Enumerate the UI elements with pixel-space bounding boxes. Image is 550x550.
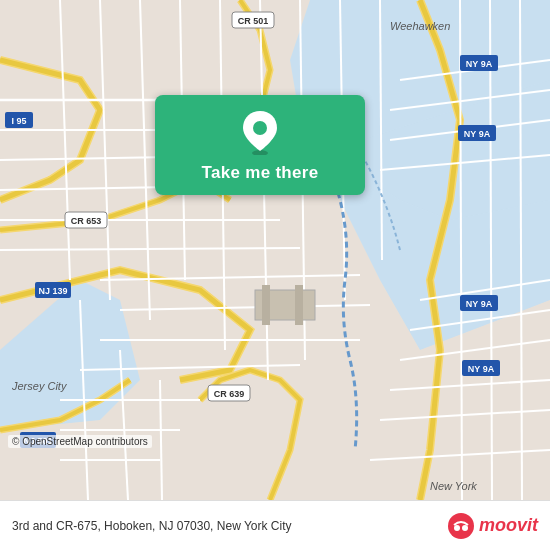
moovit-text: moovit (479, 515, 538, 536)
svg-text:New York: New York (430, 480, 477, 492)
cta-label: Take me there (202, 163, 319, 183)
svg-point-71 (454, 525, 460, 531)
map-background: I 95 NJ 139 NJ 501 CR 653 CR 501 NY 9A N… (0, 0, 550, 500)
moovit-icon (447, 512, 475, 540)
svg-text:Jersey City: Jersey City (11, 380, 68, 392)
svg-text:NY 9A: NY 9A (466, 299, 493, 309)
osm-credit: © OpenStreetMap contributors (8, 435, 152, 448)
svg-text:NY 9A: NY 9A (464, 129, 491, 139)
osm-credit-text: © OpenStreetMap contributors (12, 436, 148, 447)
svg-text:NY 9A: NY 9A (466, 59, 493, 69)
address-text: 3rd and CR-675, Hoboken, NJ 07030, New Y… (12, 519, 292, 533)
svg-point-70 (448, 513, 474, 539)
svg-text:I 95: I 95 (11, 116, 26, 126)
cta-button-container: Take me there (155, 95, 365, 195)
svg-text:NJ 139: NJ 139 (38, 286, 67, 296)
svg-text:Weehawken: Weehawken (390, 20, 450, 32)
moovit-logo: moovit (447, 512, 538, 540)
svg-text:NY 9A: NY 9A (468, 364, 495, 374)
map-container: I 95 NJ 139 NJ 501 CR 653 CR 501 NY 9A N… (0, 0, 550, 500)
svg-rect-67 (295, 285, 303, 325)
svg-text:CR 639: CR 639 (214, 389, 245, 399)
svg-text:CR 501: CR 501 (238, 16, 269, 26)
take-me-there-button[interactable]: Take me there (155, 95, 365, 195)
svg-rect-66 (262, 285, 270, 325)
bottom-bar: 3rd and CR-675, Hoboken, NJ 07030, New Y… (0, 500, 550, 550)
svg-point-69 (253, 121, 267, 135)
svg-text:CR 653: CR 653 (71, 216, 102, 226)
svg-point-72 (462, 525, 468, 531)
location-pin-icon (240, 109, 280, 155)
